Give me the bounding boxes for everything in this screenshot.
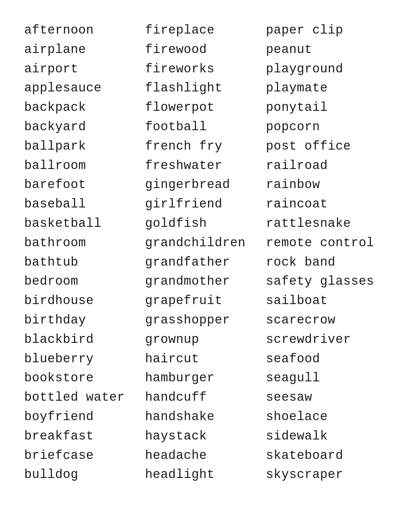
- word-item: blackbird: [24, 330, 145, 349]
- word-item: scarecrow: [266, 311, 387, 330]
- word-item: airplane: [24, 40, 145, 60]
- word-item: post office: [266, 137, 387, 156]
- word-item: peanut: [266, 40, 387, 60]
- word-item: afternoon: [24, 21, 145, 40]
- word-item: grandchildren: [145, 233, 266, 253]
- word-item: shoelace: [266, 407, 387, 427]
- word-item: baseball: [24, 195, 145, 214]
- column-2: fireplacefirewoodfireworksflashlightflow…: [145, 21, 266, 485]
- word-item: birthday: [24, 311, 145, 330]
- word-item: headache: [145, 446, 266, 466]
- word-item: railroad: [266, 156, 387, 176]
- word-item: rainbow: [266, 175, 387, 195]
- word-item: seesaw: [266, 388, 387, 407]
- word-item: applesauce: [24, 79, 145, 98]
- word-item: bathtub: [24, 253, 145, 272]
- word-item: handshake: [145, 407, 266, 427]
- word-item: skyscraper: [266, 465, 387, 485]
- word-item: bottled water: [24, 388, 145, 407]
- column-1: afternoonairplaneairportapplesaucebackpa…: [24, 21, 145, 485]
- word-item: rock band: [266, 253, 387, 272]
- column-3: paper clippeanutplaygroundplaymateponyta…: [266, 21, 387, 485]
- word-item: seagull: [266, 369, 387, 388]
- word-item: handcuff: [145, 388, 266, 407]
- word-item: birdhouse: [24, 291, 145, 311]
- word-item: gingerbread: [145, 175, 266, 195]
- word-item: grasshopper: [145, 311, 266, 330]
- word-item: ballpark: [24, 137, 145, 156]
- word-item: fireplace: [145, 21, 266, 40]
- word-item: fireworks: [145, 60, 266, 79]
- word-item: remote control: [266, 233, 387, 253]
- word-item: bathroom: [24, 233, 145, 253]
- word-item: seafood: [266, 349, 387, 369]
- word-item: backyard: [24, 117, 145, 137]
- word-item: firewood: [145, 40, 266, 60]
- word-item: blueberry: [24, 349, 145, 369]
- word-item: goldfish: [145, 214, 266, 233]
- word-item: bookstore: [24, 369, 145, 388]
- word-item: freshwater: [145, 156, 266, 176]
- word-item: headlight: [145, 465, 266, 485]
- word-item: raincoat: [266, 195, 387, 214]
- word-item: boyfriend: [24, 407, 145, 427]
- word-item: paper clip: [266, 21, 387, 40]
- word-item: breakfast: [24, 427, 145, 446]
- word-item: flashlight: [145, 79, 266, 98]
- word-item: ponytail: [266, 98, 387, 117]
- word-item: haircut: [145, 349, 266, 369]
- word-item: rattlesnake: [266, 214, 387, 233]
- word-item: airport: [24, 60, 145, 79]
- word-list-container: afternoonairplaneairportapplesaucebackpa…: [24, 21, 387, 485]
- word-item: grownup: [145, 330, 266, 349]
- word-item: basketball: [24, 214, 145, 233]
- word-item: briefcase: [24, 446, 145, 466]
- word-item: backpack: [24, 98, 145, 117]
- word-item: french fry: [145, 137, 266, 156]
- word-item: sidewalk: [266, 427, 387, 446]
- word-item: sailboat: [266, 291, 387, 311]
- word-item: screwdriver: [266, 330, 387, 349]
- word-item: grapefruit: [145, 291, 266, 311]
- word-item: football: [145, 117, 266, 137]
- word-item: bulldog: [24, 465, 145, 485]
- word-item: grandfather: [145, 253, 266, 272]
- word-item: playground: [266, 60, 387, 79]
- word-item: barefoot: [24, 175, 145, 195]
- word-item: playmate: [266, 79, 387, 98]
- word-item: flowerpot: [145, 98, 266, 117]
- word-item: ballroom: [24, 156, 145, 176]
- word-item: hamburger: [145, 369, 266, 388]
- word-item: safety glasses: [266, 272, 387, 291]
- word-item: bedroom: [24, 272, 145, 291]
- word-item: girlfriend: [145, 195, 266, 214]
- word-item: skateboard: [266, 446, 387, 466]
- word-item: popcorn: [266, 117, 387, 137]
- word-item: grandmother: [145, 272, 266, 291]
- word-item: haystack: [145, 427, 266, 446]
